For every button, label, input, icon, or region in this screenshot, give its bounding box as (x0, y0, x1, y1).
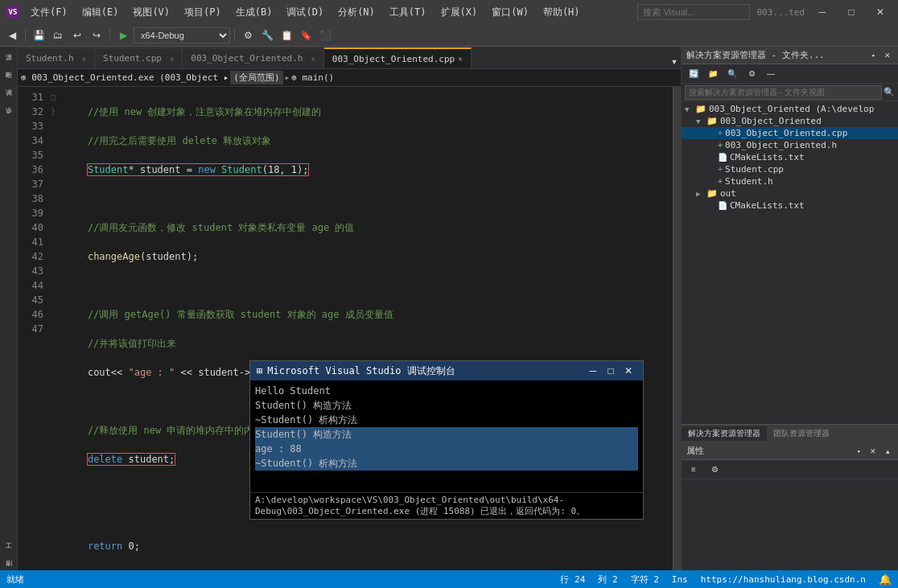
minimize-button[interactable]: ─ (811, 4, 834, 20)
se-btn-5[interactable]: — (762, 65, 780, 83)
sidebar-icon-5[interactable]: 工 (2, 538, 16, 553)
se-btn-2[interactable]: 📁 (704, 65, 722, 83)
console-content: Hello Student Student() 构造方法 ~Student() … (250, 380, 643, 492)
status-row[interactable]: 行 24 (560, 574, 585, 586)
line-num-43: 43 (23, 264, 43, 278)
folder-icon: 📁 (706, 116, 718, 126)
chevron-down-icon: ▼ (685, 105, 693, 113)
sidebar-icon-3[interactable]: 调 (2, 85, 16, 100)
tree-item-003-h[interactable]: + 003_Object_Oriented.h (682, 139, 898, 151)
toolbar-btn1[interactable]: ⚙ (239, 27, 257, 44)
menu-file[interactable]: 文件(F) (24, 4, 74, 21)
prop-title-text: 属性 (686, 445, 704, 457)
se-search-input[interactable] (685, 85, 882, 100)
console-close-button[interactable]: ✕ (620, 364, 636, 377)
tree-item-student-h[interactable]: + Student.h (682, 175, 898, 187)
tree-label: 003_Object_Oriented (720, 116, 822, 126)
se-close-button[interactable]: ✕ (882, 50, 893, 61)
undo-button[interactable]: ↩ (68, 27, 86, 44)
tree-label: Student.h (725, 176, 773, 187)
run-button[interactable]: ▶ (114, 27, 132, 44)
se-title: 解决方案资源管理器 - 文件夹... ▪ ✕ (682, 47, 898, 64)
tree-item-003-folder[interactable]: ▼ 📁 003_Object_Oriented (682, 115, 898, 127)
console-line-2: Student() 构造方法 (255, 398, 638, 413)
status-ins[interactable]: Ins (672, 574, 688, 585)
sidebar-icon-6[interactable]: 刷 (2, 556, 16, 570)
console-minimize-button[interactable]: ─ (585, 364, 601, 377)
menu-tools[interactable]: 工具(T) (383, 4, 433, 21)
toolbar-btn5[interactable]: ⬛ (316, 27, 334, 44)
toolbar-btn4[interactable]: 🔖 (297, 27, 315, 44)
code-line-35: //调用友元函数，修改 student 对象类私有变量 age 的值 (64, 220, 666, 235)
tab-student-cpp[interactable]: Student.cpp ✕ (95, 47, 183, 68)
se-btn-4[interactable]: ⚙ (743, 65, 760, 83)
tree-item-cmake1[interactable]: 📄 CMakeLists.txt (682, 151, 898, 163)
tree-item-003-cpp[interactable]: + 003_Object_Oriented.cpp (682, 127, 898, 139)
se-tab-solution[interactable]: 解决方案资源管理器 (682, 426, 767, 441)
left-sidebar: 源 断 调 诊 工 刷 (0, 47, 18, 570)
sidebar-icon-1[interactable]: 源 (2, 50, 16, 64)
status-col[interactable]: 列 2 (598, 574, 617, 586)
maximize-button[interactable]: □ (840, 4, 863, 20)
se-pin-button[interactable]: ▪ (867, 50, 879, 61)
menu-build[interactable]: 生成(B) (229, 4, 279, 21)
menu-analyze[interactable]: 分析(N) (332, 4, 381, 21)
se-tab-team[interactable]: 团队资源管理器 (767, 426, 836, 441)
notification-icon[interactable]: 🔔 (879, 574, 892, 586)
console-line-1: Hello Student (255, 384, 638, 398)
config-selector[interactable]: x64-Debug (134, 27, 230, 43)
tree-item-out[interactable]: ▶ 📁 out (682, 187, 898, 199)
tab-student-h[interactable]: Student.h ✕ (18, 47, 95, 68)
sidebar-icon-2[interactable]: 断 (2, 68, 16, 82)
menu-project[interactable]: 项目(P) (178, 4, 228, 21)
toolbar-btn2[interactable]: 🔧 (258, 27, 276, 44)
console-maximize-button[interactable]: □ (603, 364, 619, 377)
breadcrumb-scope[interactable]: (全局范围) (230, 71, 282, 84)
cmake-file-icon2: 📄 (718, 201, 727, 210)
tree-label: CMakeLists.txt (730, 200, 805, 211)
breadcrumb-func[interactable]: ⊕ main() (291, 72, 334, 83)
menu-view[interactable]: 视图(V) (126, 4, 176, 21)
line-num-45: 45 (23, 293, 43, 307)
se-search-icon[interactable]: 🔍 (884, 87, 895, 97)
tab-003-cpp[interactable]: 003_Object_Oriented.cpp ✕ (324, 47, 472, 68)
search-input[interactable] (637, 4, 750, 20)
menu-window[interactable]: 窗口(W) (485, 4, 535, 21)
line-num-35: 35 (23, 148, 43, 162)
prop-pin-button[interactable]: ▪ (853, 446, 864, 457)
toolbar-btn3[interactable]: 📋 (278, 27, 295, 44)
prop-close-button[interactable]: ✕ (867, 446, 879, 457)
prop-btn-2[interactable]: ⚙ (706, 461, 723, 479)
prop-toolbar: ≡ ⚙ (682, 460, 898, 479)
tab-menu-button[interactable]: ▼ (668, 56, 681, 68)
save-all-button[interactable]: 🗂 (49, 27, 67, 44)
titlebar-left: VS 文件(F) 编辑(E) 视图(V) 项目(P) 生成(B) 调试(D) 分… (6, 4, 587, 21)
prop-title: 属性 ▪ ✕ ▴ (682, 442, 898, 460)
menu-debug[interactable]: 调试(D) (280, 4, 330, 21)
prop-arrow-button[interactable]: ▴ (882, 446, 893, 457)
close-button[interactable]: ✕ (869, 4, 892, 20)
line-num-44: 44 (23, 278, 43, 293)
back-button[interactable]: ◀ (3, 27, 21, 44)
save-button[interactable]: 💾 (30, 27, 47, 44)
redo-button[interactable]: ↪ (88, 27, 105, 44)
tree-item-student-cpp[interactable]: + Student.cpp (682, 163, 898, 175)
tab-close-icon[interactable]: ✕ (458, 55, 462, 63)
menu-edit[interactable]: 编辑(E) (76, 4, 126, 21)
titlebar: VS 文件(F) 编辑(E) 视图(V) 项目(P) 生成(B) 调试(D) 分… (0, 0, 898, 24)
sidebar-icon-4[interactable]: 诊 (2, 103, 16, 117)
prop-btn-1[interactable]: ≡ (685, 461, 702, 479)
line-num-41: 41 (23, 235, 43, 249)
se-btn-3[interactable]: 🔍 (723, 65, 741, 83)
menu-help[interactable]: 帮助(H) (537, 4, 587, 21)
tree-item-cmake2[interactable]: 📄 CMakeLists.txt (682, 199, 898, 212)
menu-extensions[interactable]: 扩展(X) (435, 4, 484, 21)
tab-003-h[interactable]: 003_Object_Oriented.h ✕ (183, 47, 324, 68)
chevron-right-icon: ▶ (696, 190, 704, 198)
tree-item-root[interactable]: ▼ 📁 003_Object_Oriented (A:\develop (682, 103, 898, 115)
toolbar-separator (25, 29, 26, 42)
titlebar-right: 003...ted ─ □ ✕ (637, 4, 892, 20)
editor-scrollbar[interactable] (673, 87, 681, 588)
se-btn-1[interactable]: 🔄 (685, 65, 702, 83)
toolbar-separator2 (109, 29, 110, 42)
